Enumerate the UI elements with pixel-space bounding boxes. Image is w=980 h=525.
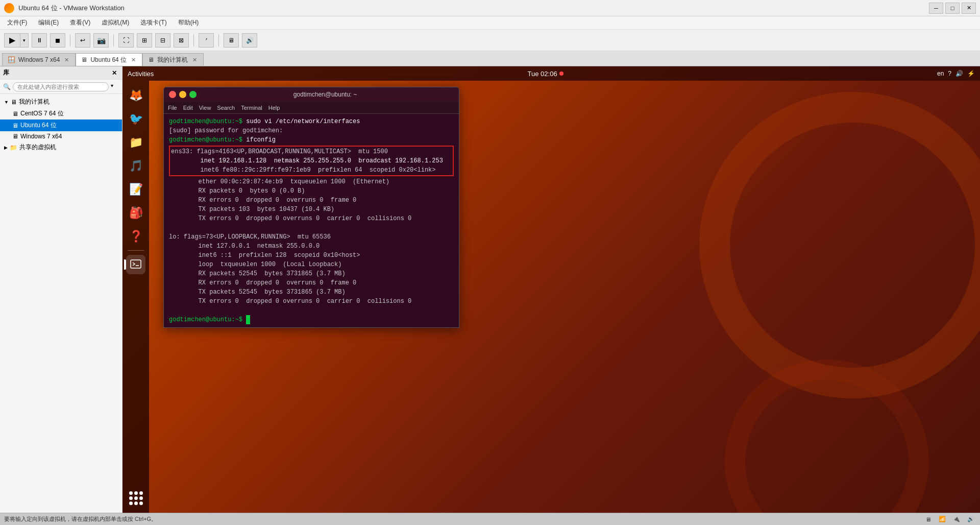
dock-software[interactable]: 🎒 — [126, 203, 145, 223]
revert-button[interactable]: ↩ — [75, 33, 90, 47]
term-line-17: RX errors 0 dropped 0 overruns 0 frame 0 — [169, 278, 454, 288]
term-line-1: godtimchen@ubuntu:~$ sudo vi /etc/networ… — [169, 117, 454, 126]
term-line-3: godtimchen@ubuntu:~$ ifconfig — [169, 135, 454, 145]
tree-icon-shared: 📁 — [10, 144, 17, 151]
toolbar-sep4 — [218, 34, 219, 46]
send-ctrl-alt-del[interactable]: ⎖ — [199, 33, 214, 47]
dock-files[interactable]: 📁 — [126, 133, 145, 152]
tray-volume[interactable]: 🔊 — [955, 70, 963, 77]
term-line-10: TX packets 103 bytes 10437 (10.4 KB) — [169, 205, 454, 214]
tab-win7-icon: 🪟 — [8, 56, 15, 63]
tree-item-windows7[interactable]: 🖥 Windows 7 x64 — [0, 131, 122, 141]
tab-ubuntu-icon: 🖥 — [81, 56, 87, 63]
ubuntu-topbar: Activities Tue 02:06 en ? 🔊 ⚡ — [122, 66, 980, 81]
terminal-menu-edit[interactable]: Edit — [183, 105, 193, 111]
vmware-icon — [4, 3, 14, 13]
tab-win7-close[interactable]: ✕ — [63, 56, 70, 63]
unity-button[interactable]: ⊞ — [137, 33, 152, 47]
tab-ubuntu-close[interactable]: ✕ — [130, 56, 137, 63]
fullscreen-button[interactable]: ⛶ — [118, 33, 134, 47]
status-network-icon[interactable]: 📶 — [937, 515, 947, 523]
bg-circle-2 — [725, 360, 929, 513]
menu-help[interactable]: 帮助(H) — [173, 17, 204, 28]
status-display-icon[interactable]: 🖥 — [923, 515, 933, 523]
term-line-blank1 — [169, 223, 454, 232]
term-line-14: inet6 ::1 prefixlen 128 scopeid 0x10<hos… — [169, 251, 454, 260]
ubuntu-desktop[interactable]: Activities Tue 02:06 en ? 🔊 ⚡ 🦊 🐦 📁 🎵 📝 … — [122, 66, 980, 513]
terminal-window[interactable]: godtimchen@ubuntu: ~ File Edit View Sear… — [163, 87, 459, 328]
terminal-menu-file[interactable]: File — [168, 105, 177, 111]
terminal-close-button[interactable] — [169, 91, 176, 98]
apps-grid-icon — [129, 491, 143, 505]
term-line-11: TX errors 0 dropped 0 overruns 0 carrier… — [169, 214, 454, 223]
tray-power[interactable]: ⚡ — [967, 70, 975, 77]
tab-mycomp-close[interactable]: ✕ — [191, 56, 198, 63]
tab-mycomp-icon: 🖥 — [148, 56, 154, 63]
sidebar-search-bar: 🔍 ▾ — [0, 80, 122, 94]
titlebar: Ubuntu 64 位 - VMware Workstation ─ □ ✕ — [0, 0, 980, 16]
menu-view[interactable]: 查看(V) — [65, 17, 95, 28]
tree-item-shared[interactable]: ▶ 📁 共享的虚拟机 — [0, 141, 122, 153]
tray-help[interactable]: ? — [948, 70, 951, 77]
close-button[interactable]: ✕ — [962, 3, 976, 14]
stretch-button[interactable]: ⊠ — [174, 33, 189, 47]
maximize-button[interactable]: □ — [945, 3, 960, 14]
tab-mycomputer[interactable]: 🖥 我的计算机 ✕ — [142, 53, 204, 66]
play-button[interactable]: ▶ — [4, 33, 20, 47]
ubuntu-tray: en ? 🔊 ⚡ — [937, 70, 975, 77]
search-input[interactable] — [13, 82, 109, 91]
terminal-minimize-button[interactable] — [179, 91, 186, 98]
play-button-group: ▶ ▾ — [4, 33, 29, 47]
minimize-button[interactable]: ─ — [929, 3, 943, 14]
terminal-menu-view[interactable]: View — [199, 105, 211, 111]
tree-item-my-computer[interactable]: ▼ 🖥 我的计算机 — [0, 96, 122, 108]
dock-thunderbird[interactable]: 🐦 — [126, 109, 145, 129]
tree-item-centos[interactable]: 🖥 CentOS 7 64 位 — [0, 108, 122, 120]
terminal-maximize-button[interactable] — [189, 91, 197, 98]
suspend-button[interactable]: ⏸ — [32, 33, 47, 47]
stop-button[interactable]: ◼ — [50, 33, 65, 47]
menu-tab[interactable]: 选项卡(T) — [135, 17, 172, 28]
status-usb-icon[interactable]: 🔌 — [951, 515, 962, 523]
term-line-9: RX errors 0 dropped 0 overruns 0 frame 0 — [169, 196, 454, 205]
menu-vm[interactable]: 虚拟机(M) — [96, 17, 134, 28]
dock-show-apps[interactable] — [126, 488, 145, 508]
snapshot-button[interactable]: 📷 — [93, 33, 109, 47]
terminal-menu-search[interactable]: Search — [217, 105, 235, 111]
play-dropdown[interactable]: ▾ — [20, 33, 29, 47]
ubuntu-clock[interactable]: Tue 02:06 — [528, 70, 564, 78]
menu-file[interactable]: 文件(F) — [2, 17, 32, 28]
tree-label-shared: 共享的虚拟机 — [19, 143, 56, 152]
tree-item-ubuntu[interactable]: 🖥 Ubuntu 64 位 — [0, 120, 122, 131]
tab-ubuntu[interactable]: 🖥 Ubuntu 64 位 ✕ — [76, 53, 142, 66]
term-line-7: ether 00:0c:29:87:4e:b9 txqueuelen 1000 … — [169, 177, 454, 186]
terminal-body[interactable]: godtimchen@ubuntu:~$ sudo vi /etc/networ… — [164, 114, 459, 327]
dock-firefox[interactable]: 🦊 — [126, 86, 145, 105]
tab-ubuntu-label: Ubuntu 64 位 — [90, 56, 127, 64]
display-settings[interactable]: 🖥 — [224, 33, 239, 47]
dock-help[interactable]: ❓ — [126, 227, 145, 246]
tree-icon-centos: 🖥 — [12, 110, 18, 117]
tree-label-ubuntu: Ubuntu 64 位 — [20, 121, 57, 130]
sidebar-close-button[interactable]: ✕ — [110, 68, 119, 78]
status-volume-icon[interactable]: 🔊 — [966, 515, 976, 523]
main-area: 库 ✕ 🔍 ▾ ▼ 🖥 我的计算机 🖥 CentOS 7 64 位 🖥 Ubun… — [0, 66, 980, 513]
search-dropdown-icon[interactable]: ▾ — [111, 83, 119, 91]
terminal-menu-help[interactable]: Help — [268, 105, 280, 111]
terminal-menu-terminal[interactable]: Terminal — [241, 105, 262, 111]
menubar: 文件(F) 编辑(E) 查看(V) 虚拟机(M) 选项卡(T) 帮助(H) — [0, 16, 980, 30]
tree-container: ▼ 🖥 我的计算机 🖥 CentOS 7 64 位 🖥 Ubuntu 64 位 … — [0, 94, 122, 513]
clock-text: Tue 02:06 — [528, 70, 557, 78]
zoom-button[interactable]: ⊟ — [155, 33, 170, 47]
tree-icon-ubuntu: 🖥 — [12, 122, 18, 129]
tab-windows7[interactable]: 🪟 Windows 7 x64 ✕ — [2, 53, 76, 66]
volume-button[interactable]: 🔊 — [242, 33, 257, 47]
dock-terminal[interactable] — [126, 255, 145, 274]
tray-language[interactable]: en — [937, 70, 944, 77]
dock-libreoffice[interactable]: 📝 — [126, 180, 145, 199]
menu-edit[interactable]: 编辑(E) — [33, 17, 64, 28]
activities-button[interactable]: Activities — [128, 70, 154, 78]
dock-rhythmbox[interactable]: 🎵 — [126, 156, 145, 176]
term-line-12: lo: flags=73<UP,LOOPBACK,RUNNING> mtu 65… — [169, 232, 454, 242]
sidebar-header: 库 ✕ — [0, 66, 122, 80]
